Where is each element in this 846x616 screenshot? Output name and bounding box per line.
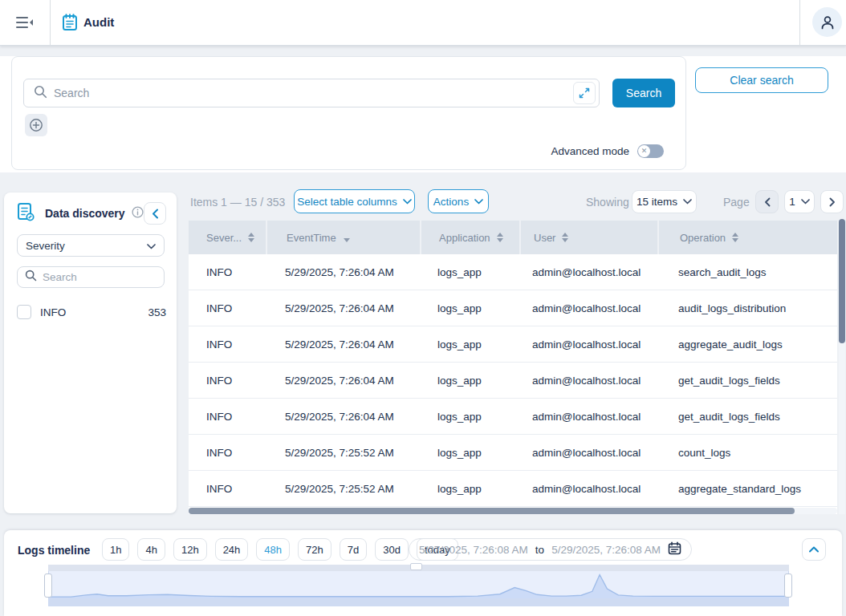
table-row[interactable]: INFO5/29/2025, 7:26:04 AMlogs_appadmin@l…: [189, 290, 837, 326]
audit-logs-table: Sever...EventTimeApplicationUserOperatio…: [189, 221, 837, 514]
sidebar-toggle-icon[interactable]: [11, 11, 39, 34]
add-filter-button[interactable]: [25, 114, 47, 136]
table-cell: get_audit_logs_fields: [657, 363, 833, 398]
facet-checkbox[interactable]: [17, 305, 31, 319]
vertical-scrollbar-thumb[interactable]: [839, 219, 845, 343]
collapse-timeline-button[interactable]: [802, 538, 826, 561]
table-row[interactable]: INFO5/29/2025, 7:25:52 AMlogs_appadmin@l…: [189, 435, 837, 471]
brush-left-handle[interactable]: [44, 573, 52, 598]
table-cell: INFO: [189, 254, 266, 290]
table-row[interactable]: INFO5/29/2025, 7:25:52 AMlogs_appadmin@l…: [189, 471, 837, 507]
facet-search-placeholder: Search: [43, 271, 77, 283]
data-discovery-panel: Data discovery Severity Search INFO353: [4, 192, 177, 513]
search-button[interactable]: Search: [612, 79, 675, 107]
select-table-columns-button[interactable]: Select table columns: [294, 189, 415, 213]
table-cell: INFO: [189, 326, 266, 362]
range-button-24h[interactable]: 24h: [215, 538, 249, 561]
page-number-dropdown[interactable]: 1: [784, 190, 815, 213]
table-body: INFO5/29/2025, 7:26:04 AMlogs_appadmin@l…: [189, 254, 837, 507]
table-cell: count_logs: [657, 435, 833, 470]
table-cell: admin@localhost.local: [519, 435, 657, 470]
table-cell: INFO: [189, 435, 266, 470]
table-cell: admin@localhost.local: [519, 399, 657, 434]
expand-query-icon[interactable]: [573, 82, 596, 104]
search-icon: [34, 85, 47, 102]
range-button-48h[interactable]: 48h: [256, 538, 290, 561]
date-to-value[interactable]: 5/29/2025, 7:26:08 AM: [551, 544, 661, 556]
previous-page-button[interactable]: [755, 190, 779, 213]
audit-page: Audit Search Sea: [0, 0, 846, 616]
clear-search-button[interactable]: Clear search: [695, 67, 828, 93]
facet-label: INFO: [40, 306, 66, 318]
search-icon: [25, 270, 37, 285]
sort-icon: [732, 233, 738, 242]
field-selector-value: Severity: [26, 240, 65, 252]
table-row[interactable]: INFO5/29/2025, 7:26:04 AMlogs_appadmin@l…: [189, 399, 837, 435]
range-button-4h[interactable]: 4h: [137, 538, 165, 561]
advanced-mode-label: Advanced mode: [551, 145, 629, 157]
showing-label: Showing: [586, 196, 629, 209]
column-header[interactable]: User: [519, 221, 657, 254]
column-header[interactable]: EventTime: [266, 221, 420, 254]
top-bar: Audit: [0, 0, 846, 46]
range-button-1h[interactable]: 1h: [102, 538, 129, 561]
topbar-divider-right: [799, 0, 800, 45]
table-cell: get_audit_logs_fields: [657, 399, 833, 434]
chevron-down-icon: [474, 199, 483, 205]
chevron-up-icon: [809, 546, 819, 553]
table-cell: admin@localhost.local: [519, 363, 657, 398]
date-from-value[interactable]: 5/27/2025, 7:26:08 AM: [419, 544, 528, 556]
chevron-down-icon: [801, 199, 810, 205]
column-header[interactable]: Sever...: [189, 221, 266, 254]
column-header[interactable]: Operation: [657, 221, 833, 254]
chevron-right-icon: [829, 197, 836, 207]
timeline-chart[interactable]: [48, 571, 789, 598]
items-summary: Items 1 — 15 / 353: [190, 196, 285, 209]
calendar-icon[interactable]: [668, 541, 681, 558]
range-button-72h[interactable]: 72h: [298, 538, 331, 561]
horizontal-scrollbar[interactable]: [189, 508, 837, 514]
table-cell: logs_app: [420, 471, 519, 506]
facet-search-input[interactable]: Search: [17, 266, 165, 288]
page-title: Audit: [83, 15, 114, 29]
column-header[interactable]: Application: [420, 221, 519, 254]
page-size-dropdown[interactable]: 15 items: [632, 190, 697, 213]
table-cell: INFO: [189, 363, 266, 398]
table-row[interactable]: INFO5/29/2025, 7:26:04 AMlogs_appadmin@l…: [189, 254, 837, 290]
horizontal-scrollbar-thumb[interactable]: [189, 508, 795, 514]
advanced-mode-toggle[interactable]: ✕: [637, 144, 664, 158]
search-input[interactable]: Search: [23, 79, 600, 107]
vertical-scrollbar[interactable]: [839, 219, 845, 514]
table-cell: aggregate_standard_logs: [657, 471, 833, 506]
table-cell: admin@localhost.local: [519, 471, 657, 506]
table-cell: INFO: [189, 471, 266, 506]
collapse-panel-button[interactable]: [144, 202, 166, 225]
range-button-7d[interactable]: 7d: [340, 538, 367, 561]
field-selector-dropdown[interactable]: Severity: [17, 234, 165, 257]
table-cell: INFO: [189, 290, 266, 326]
table-cell: 5/29/2025, 7:25:52 AM: [266, 435, 420, 470]
person-icon: [820, 14, 836, 30]
time-range-buttons: 1h4h12h24h48h72h7d30dtoday: [102, 538, 458, 561]
table-cell: 5/29/2025, 7:26:04 AM: [266, 399, 420, 434]
facet-row[interactable]: INFO353: [17, 303, 166, 321]
table-row[interactable]: INFO5/29/2025, 7:26:04 AMlogs_appadmin@l…: [189, 363, 837, 399]
range-button-30d[interactable]: 30d: [375, 538, 409, 561]
table-row[interactable]: INFO5/29/2025, 7:26:04 AMlogs_appadmin@l…: [189, 326, 837, 363]
table-cell: admin@localhost.local: [519, 290, 657, 326]
brush-top-handle[interactable]: [410, 563, 422, 570]
brush-bottom-strip: [48, 598, 789, 606]
table-cell: audit_logs_distribution: [657, 290, 833, 326]
search-panel: Search Search Advanced mode ✕: [11, 56, 686, 170]
table-cell: 5/29/2025, 7:25:52 AM: [266, 471, 420, 506]
table-header-row: Sever...EventTimeApplicationUserOperatio…: [189, 221, 837, 254]
brush-right-handle[interactable]: [784, 573, 792, 598]
info-icon[interactable]: [132, 206, 144, 221]
user-avatar[interactable]: [812, 7, 842, 37]
range-button-12h[interactable]: 12h: [173, 538, 207, 561]
sort-icon: [248, 233, 254, 242]
date-range-input[interactable]: 5/27/2025, 7:26:08 AM to 5/29/2025, 7:26…: [409, 538, 692, 561]
table-cell: INFO: [189, 399, 266, 434]
actions-button[interactable]: Actions: [428, 189, 489, 213]
next-page-button[interactable]: [820, 190, 844, 213]
